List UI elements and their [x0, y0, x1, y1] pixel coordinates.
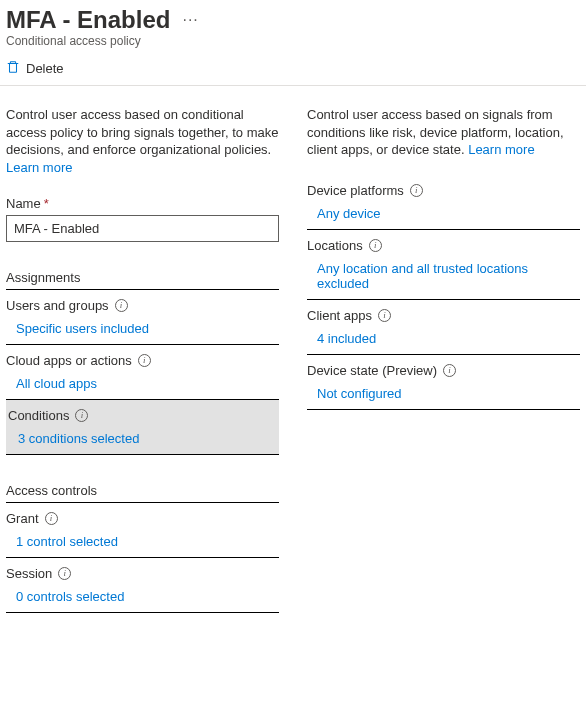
- device-state-value[interactable]: Not configured: [307, 380, 580, 409]
- locations-item[interactable]: Locations i Any location and all trusted…: [307, 230, 580, 300]
- required-indicator: *: [44, 196, 49, 211]
- info-icon[interactable]: i: [443, 364, 456, 377]
- page-subtitle: Conditional access policy: [6, 34, 580, 48]
- cloud-apps-value[interactable]: All cloud apps: [6, 370, 279, 399]
- intro-text-left: Control user access based on conditional…: [6, 106, 279, 176]
- name-input[interactable]: [6, 215, 279, 242]
- trash-icon: [6, 60, 20, 77]
- client-apps-label: Client apps: [307, 308, 372, 323]
- name-label: Name *: [6, 196, 279, 211]
- learn-more-link-right[interactable]: Learn more: [468, 142, 534, 157]
- info-icon[interactable]: i: [410, 184, 423, 197]
- device-platforms-item[interactable]: Device platforms i Any device: [307, 175, 580, 230]
- info-icon[interactable]: i: [75, 409, 88, 422]
- access-controls-heading: Access controls: [6, 477, 279, 503]
- conditions-item[interactable]: Conditions i 3 conditions selected: [6, 400, 279, 455]
- grant-value[interactable]: 1 control selected: [6, 528, 279, 557]
- info-icon[interactable]: i: [45, 512, 58, 525]
- info-icon[interactable]: i: [369, 239, 382, 252]
- session-value[interactable]: 0 controls selected: [6, 583, 279, 612]
- conditions-label: Conditions: [8, 408, 69, 423]
- more-icon[interactable]: ···: [182, 11, 198, 29]
- session-item[interactable]: Session i 0 controls selected: [6, 558, 279, 613]
- client-apps-value[interactable]: 4 included: [307, 325, 580, 354]
- locations-value[interactable]: Any location and all trusted locations e…: [307, 255, 580, 299]
- grant-item[interactable]: Grant i 1 control selected: [6, 503, 279, 558]
- device-state-label: Device state (Preview): [307, 363, 437, 378]
- right-column: Control user access based on signals fro…: [307, 106, 580, 613]
- device-state-item[interactable]: Device state (Preview) i Not configured: [307, 355, 580, 410]
- session-label: Session: [6, 566, 52, 581]
- cloud-apps-item[interactable]: Cloud apps or actions i All cloud apps: [6, 345, 279, 400]
- learn-more-link-left[interactable]: Learn more: [6, 160, 72, 175]
- intro-text-right: Control user access based on signals fro…: [307, 106, 580, 159]
- page-title: MFA - Enabled: [6, 6, 170, 34]
- users-groups-label: Users and groups: [6, 298, 109, 313]
- info-icon[interactable]: i: [115, 299, 128, 312]
- info-icon[interactable]: i: [138, 354, 151, 367]
- client-apps-item[interactable]: Client apps i 4 included: [307, 300, 580, 355]
- info-icon[interactable]: i: [58, 567, 71, 580]
- device-platforms-label: Device platforms: [307, 183, 404, 198]
- info-icon[interactable]: i: [378, 309, 391, 322]
- cloud-apps-label: Cloud apps or actions: [6, 353, 132, 368]
- grant-label: Grant: [6, 511, 39, 526]
- users-groups-item[interactable]: Users and groups i Specific users includ…: [6, 290, 279, 345]
- device-platforms-value[interactable]: Any device: [307, 200, 580, 229]
- conditions-value[interactable]: 3 conditions selected: [6, 425, 279, 454]
- left-column: Control user access based on conditional…: [6, 106, 279, 613]
- delete-button[interactable]: Delete: [6, 60, 64, 77]
- locations-label: Locations: [307, 238, 363, 253]
- delete-label: Delete: [26, 61, 64, 76]
- users-groups-value[interactable]: Specific users included: [6, 315, 279, 344]
- assignments-heading: Assignments: [6, 264, 279, 290]
